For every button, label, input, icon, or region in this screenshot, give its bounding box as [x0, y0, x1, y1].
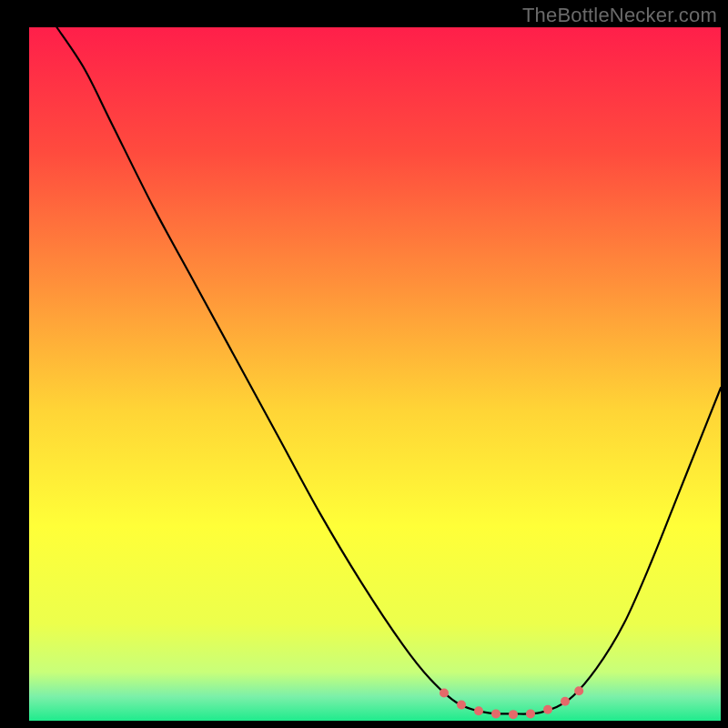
- optimal-marker: [543, 705, 552, 714]
- optimal-marker: [474, 706, 483, 715]
- optimal-marker: [440, 689, 449, 698]
- optimal-marker: [526, 709, 535, 718]
- optimal-marker: [561, 697, 570, 706]
- bottleneck-chart: [0, 0, 728, 728]
- optimal-marker: [457, 700, 466, 709]
- optimal-marker: [509, 710, 518, 719]
- optimal-marker: [491, 709, 500, 718]
- gradient-panel: [29, 27, 721, 721]
- chart-stage: TheBottleNecker.com: [0, 0, 728, 728]
- watermark-text: TheBottleNecker.com: [522, 4, 717, 27]
- optimal-marker: [574, 686, 583, 695]
